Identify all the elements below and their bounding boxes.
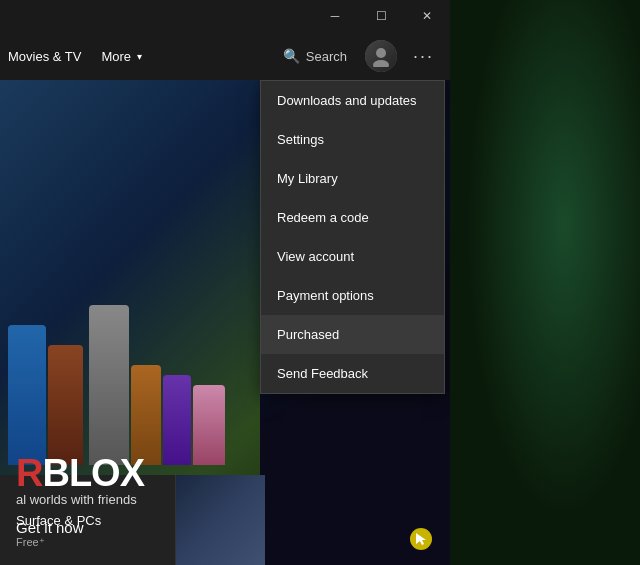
svg-point-1: [373, 60, 389, 67]
character-6: [193, 385, 225, 465]
ellipsis-button[interactable]: ···: [405, 42, 442, 71]
dropdown-item-redeem[interactable]: Redeem a code: [261, 198, 444, 237]
cursor: [410, 528, 432, 550]
character-4: [131, 365, 161, 465]
dropdown-item-feedback[interactable]: Send Feedback: [261, 354, 444, 393]
hero-subtitle: al worlds with friends: [16, 492, 244, 507]
dropdown-item-view-account[interactable]: View account: [261, 237, 444, 276]
get-it-button[interactable]: Get it now Free⁺: [16, 519, 84, 549]
search-icon: 🔍: [283, 48, 300, 64]
app-window: ─ ☐ ✕ Movies & TV More ▾ 🔍 Search ···: [0, 0, 450, 565]
dropdown-item-settings[interactable]: Settings: [261, 120, 444, 159]
price-label: Free⁺: [16, 536, 84, 549]
character-1: [8, 325, 46, 465]
dropdown-menu: Downloads and updates Settings My Librar…: [260, 80, 445, 394]
more-button[interactable]: More ▾: [93, 45, 150, 68]
cta-label: Get it now: [16, 519, 84, 536]
maximize-button[interactable]: ☐: [358, 0, 404, 32]
app-title: Movies & TV: [8, 49, 81, 64]
minimize-button[interactable]: ─: [312, 0, 358, 32]
character-2: [48, 345, 83, 465]
titlebar: ─ ☐ ✕: [0, 0, 450, 32]
dropdown-item-purchased[interactable]: Purchased: [261, 315, 444, 354]
navbar: Movies & TV More ▾ 🔍 Search ···: [0, 32, 450, 80]
content-area: RBLOX al worlds with friends Get it now …: [0, 80, 450, 565]
right-background: [450, 0, 640, 565]
hero-section: RBLOX al worlds with friends Get it now …: [0, 80, 260, 565]
svg-point-0: [376, 48, 386, 58]
dropdown-item-my-library[interactable]: My Library: [261, 159, 444, 198]
dropdown-item-downloads[interactable]: Downloads and updates: [261, 81, 444, 120]
character-5: [163, 375, 191, 465]
dropdown-item-payment[interactable]: Payment options: [261, 276, 444, 315]
hero-title: RBLOX: [16, 454, 244, 492]
character-3: [89, 305, 129, 465]
avatar-button[interactable]: [365, 40, 397, 72]
more-label: More: [101, 49, 131, 64]
chevron-down-icon: ▾: [137, 51, 142, 62]
avatar: [365, 40, 397, 72]
search-button[interactable]: 🔍 Search: [273, 44, 357, 68]
search-label: Search: [306, 49, 347, 64]
close-button[interactable]: ✕: [404, 0, 450, 32]
